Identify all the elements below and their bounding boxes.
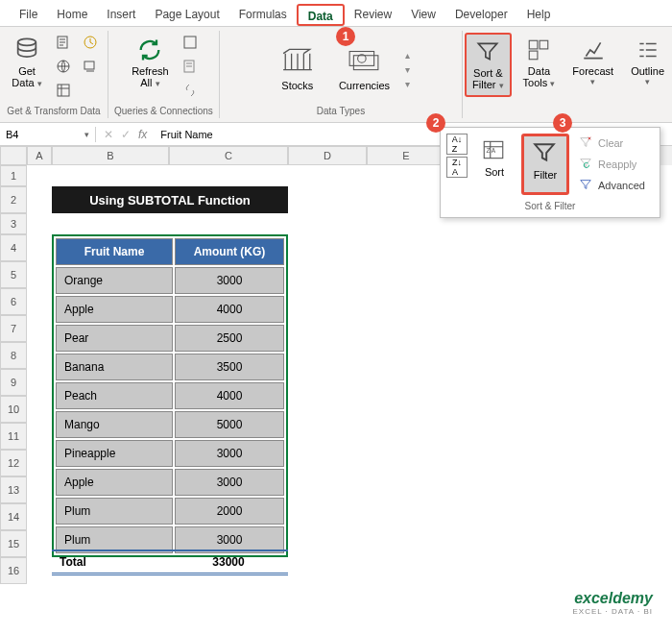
table-row[interactable]: Plum2000 (56, 498, 284, 525)
row-header[interactable]: 13 (0, 476, 27, 503)
fx-icon[interactable]: fx (138, 128, 147, 141)
sort-desc-button[interactable]: Z↓A (446, 157, 468, 178)
tab-home[interactable]: Home (47, 4, 97, 26)
tab-data[interactable]: Data (297, 4, 345, 26)
from-table-button[interactable] (54, 81, 75, 102)
row-header[interactable]: 4 (0, 234, 27, 261)
table-header-row[interactable]: Fruit Name Amount (KG) (56, 238, 284, 265)
watermark-tag: EXCEL · DATA · BI (572, 607, 653, 616)
row-header[interactable]: 9 (0, 369, 27, 396)
reapply-button[interactable]: Reapply (575, 155, 649, 174)
header-amount[interactable]: Amount (KG) (175, 238, 284, 265)
forecast-icon (580, 37, 607, 63)
table-row[interactable]: Mango5000 (56, 411, 284, 438)
select-all-corner[interactable] (0, 146, 27, 165)
forecast-label: Forecast (572, 65, 613, 77)
get-data-button[interactable]: GetData ▾ (6, 33, 48, 93)
svg-rect-6 (184, 37, 196, 48)
tab-insert[interactable]: Insert (97, 4, 145, 26)
tab-help[interactable]: Help (517, 4, 561, 26)
row-header[interactable]: 10 (0, 396, 27, 423)
name-box-chevron-icon[interactable]: ▾ (84, 130, 89, 139)
from-web-icon (56, 59, 73, 76)
refresh-icon (136, 37, 163, 63)
table-row[interactable]: Orange3000 (56, 267, 284, 294)
filter-button[interactable]: Filter (521, 134, 569, 195)
queries-button[interactable] (180, 33, 202, 54)
database-icon (13, 37, 40, 63)
col-header-b[interactable]: B (52, 146, 169, 165)
from-web-button[interactable] (54, 57, 75, 78)
chevron-down-icon[interactable]: ▾ (405, 64, 410, 75)
existing-connections-button[interactable] (81, 57, 102, 78)
table-row[interactable]: Peach4000 (56, 382, 284, 409)
tab-formulas[interactable]: Formulas (229, 4, 297, 26)
recent-sources-button[interactable] (81, 33, 102, 54)
sort-asc-button[interactable]: A↓Z (446, 134, 468, 155)
tab-file[interactable]: File (10, 4, 47, 26)
funnel-icon (474, 38, 501, 65)
enter-formula-icon[interactable]: ✓ (121, 128, 131, 141)
title-cell[interactable]: Using SUBTOTAL Function (52, 186, 288, 213)
tab-review[interactable]: Review (345, 4, 401, 26)
row-header[interactable]: 11 (0, 423, 27, 450)
chevron-up-icon[interactable]: ▴ (405, 50, 410, 61)
group-transform-label: Get & Transform Data (7, 106, 100, 116)
queries-icon (182, 35, 200, 52)
row-header[interactable]: 14 (0, 503, 27, 530)
sort-button[interactable]: Z A Sort (473, 134, 516, 195)
total-label[interactable]: Total (52, 551, 169, 573)
recent-icon (83, 35, 100, 52)
row-header[interactable]: 2 (0, 186, 27, 213)
forecast-button[interactable]: Forecast▾ (566, 33, 619, 90)
row-header[interactable]: 5 (0, 261, 27, 288)
links-icon (182, 83, 200, 100)
table-row[interactable]: Pear2500 (56, 325, 284, 352)
col-header-e[interactable]: E (367, 146, 445, 165)
group-datatypes-label: Data Types (317, 106, 365, 116)
row-header[interactable]: 7 (0, 315, 27, 342)
row-header[interactable]: 6 (0, 288, 27, 315)
edit-links-button[interactable] (180, 81, 202, 102)
row-header[interactable]: 15 (0, 530, 27, 557)
row-header[interactable]: 16 (0, 557, 27, 584)
expand-icon[interactable]: ▾ (405, 79, 410, 89)
from-text-icon (56, 35, 73, 52)
advanced-button[interactable]: Advanced (575, 176, 649, 195)
table-row[interactable]: Pineapple3000 (56, 440, 284, 467)
header-fruit[interactable]: Fruit Name (56, 238, 173, 265)
total-value[interactable]: 33000 (169, 551, 288, 573)
col-header-d[interactable]: D (288, 146, 367, 165)
table-row[interactable]: Apple4000 (56, 296, 284, 323)
row-header[interactable]: 3 (0, 213, 27, 234)
group-queries: RefreshAll ▾ Queries & Connections (108, 31, 220, 118)
sort-desc-icon: Z↓A (452, 158, 462, 177)
tab-developer[interactable]: Developer (445, 4, 517, 26)
properties-button[interactable] (180, 57, 202, 78)
row-header[interactable]: 8 (0, 342, 27, 369)
col-header-c[interactable]: C (169, 146, 288, 165)
total-row[interactable]: Total 33000 (52, 550, 288, 575)
data-table: Fruit Name Amount (KG) Orange3000 Apple4… (52, 234, 288, 557)
table-row[interactable]: Apple3000 (56, 469, 284, 496)
col-header-a[interactable]: A (27, 146, 52, 165)
data-tools-button[interactable]: DataTools ▾ (517, 33, 562, 93)
group-get-transform: GetData ▾ Get & Transform Data (0, 31, 108, 118)
from-text-button[interactable] (54, 33, 75, 54)
sort-filter-button[interactable]: Sort &Filter ▾ (465, 33, 512, 97)
table-row[interactable]: Banana3500 (56, 354, 284, 380)
clear-button[interactable]: Clear (575, 134, 649, 153)
cancel-formula-icon[interactable]: ✕ (104, 128, 113, 141)
refresh-all-button[interactable]: RefreshAll ▾ (126, 33, 175, 93)
name-box[interactable]: B4▾ (0, 127, 96, 142)
stocks-button[interactable]: Stocks (272, 43, 324, 95)
currencies-button[interactable]: Currencies (329, 43, 399, 95)
row-header[interactable]: 1 (0, 165, 27, 186)
filter-label: Filter (534, 169, 557, 181)
tab-page-layout[interactable]: Page Layout (145, 4, 228, 26)
sort-label: Sort (485, 166, 504, 178)
outline-button[interactable]: Outline▾ (625, 33, 670, 90)
svg-rect-12 (540, 40, 549, 49)
row-header[interactable]: 12 (0, 450, 27, 476)
tab-view[interactable]: View (401, 4, 445, 26)
